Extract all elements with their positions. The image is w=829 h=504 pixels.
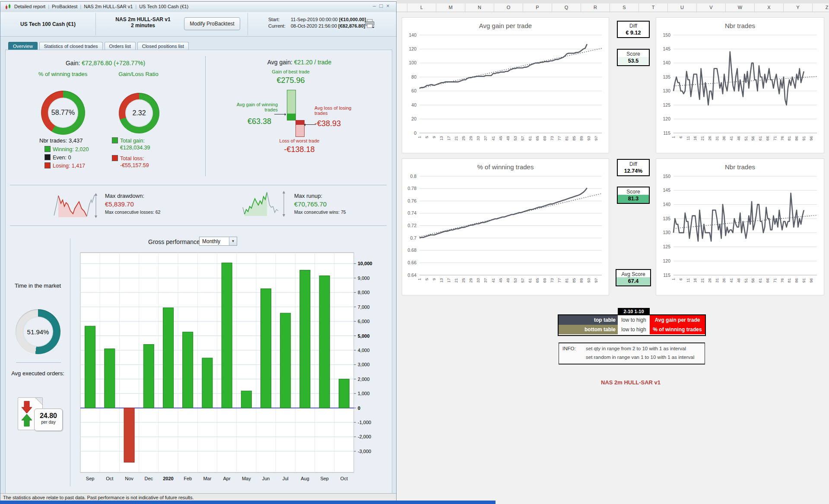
- svg-text:93: 93: [586, 136, 591, 141]
- column-header-Z[interactable]: Z: [813, 3, 829, 12]
- header-strategy-name: NAS 2m HULL-SAR v1: [104, 16, 182, 22]
- svg-text:Mar: Mar: [203, 476, 211, 481]
- column-header-W[interactable]: W: [726, 3, 755, 12]
- table-row2-name: bottom table: [559, 325, 618, 334]
- avg-executed-orders-label: Avg executed orders:: [11, 370, 65, 377]
- svg-text:Oct: Oct: [340, 476, 348, 481]
- runup-sparkline: [242, 190, 286, 218]
- gain-value: €72,876.80 (+728.77%): [82, 60, 145, 67]
- svg-text:Jul: Jul: [283, 476, 289, 481]
- comparison-table: top table low to high Avg gain per trade…: [558, 314, 706, 336]
- kpi-score-gain-label: Score: [618, 50, 649, 57]
- total-loss-swatch: [112, 155, 118, 161]
- period-dropdown[interactable]: Monthly ▼: [199, 237, 237, 246]
- avg-orders-value-box: 24.80 per day: [34, 409, 63, 431]
- svg-text:140: 140: [663, 202, 670, 207]
- svg-text:41: 41: [491, 136, 495, 141]
- close-button[interactable]: ×: [386, 3, 393, 9]
- svg-text:140: 140: [409, 32, 416, 38]
- time-in-market-label: Time in the market: [11, 282, 65, 289]
- svg-text:145: 145: [663, 46, 670, 51]
- window-title: Detailed report|ProBacktest|NAS 2m HULL-…: [14, 4, 188, 9]
- svg-text:25: 25: [461, 136, 466, 141]
- svg-text:57: 57: [520, 278, 525, 283]
- svg-text:73: 73: [549, 278, 554, 283]
- svg-text:-1,000: -1,000: [358, 420, 371, 425]
- svg-text:21: 21: [700, 278, 705, 283]
- svg-text:0: 0: [358, 406, 360, 411]
- svg-text:135: 135: [663, 74, 670, 79]
- svg-text:5: 5: [424, 278, 429, 280]
- column-header-P[interactable]: P: [523, 3, 552, 12]
- tab-orders-list[interactable]: Orders list: [105, 42, 136, 50]
- avg-win-label: Avg gain of winning trades: [224, 102, 278, 112]
- tab-statistics[interactable]: Statistics of closed trades: [39, 42, 103, 50]
- modify-probacktest-button[interactable]: Modify ProBacktest: [184, 17, 240, 30]
- svg-text:86: 86: [794, 136, 799, 141]
- minimize-button[interactable]: –: [373, 3, 379, 9]
- current-capital: [€82,876.80]: [338, 23, 365, 29]
- winning-donut-title: % of winning trades: [32, 71, 94, 77]
- spreadsheet-panel: LMNOPQRSTUVWXYZ Avg gain per trade140120…: [397, 0, 829, 504]
- svg-text:0.66: 0.66: [408, 260, 417, 265]
- column-header-N[interactable]: N: [465, 3, 494, 12]
- svg-text:Jun: Jun: [262, 476, 270, 481]
- svg-text:25: 25: [461, 278, 466, 283]
- title-item-strategy: NAS 2m HULL-SAR v1: [84, 4, 133, 9]
- kpi-score-gain: Score 53.5: [617, 49, 650, 66]
- svg-text:Feb: Feb: [184, 476, 192, 481]
- svg-text:91: 91: [801, 136, 806, 141]
- svg-text:86: 86: [794, 278, 799, 283]
- title-item-instrument: US Tech 100 Cash (€1): [139, 4, 188, 9]
- svg-text:16: 16: [692, 136, 697, 141]
- column-header-U[interactable]: U: [668, 3, 697, 12]
- svg-text:26: 26: [707, 278, 712, 283]
- svg-text:2020: 2020: [163, 476, 173, 481]
- svg-text:40: 40: [411, 102, 416, 108]
- column-header-Q[interactable]: Q: [552, 3, 581, 12]
- section-divider: [10, 185, 387, 185]
- gain-loss-donut: 2.32: [119, 93, 159, 133]
- column-header-V[interactable]: V: [697, 3, 726, 12]
- best-trade-value: €275.96: [248, 76, 334, 85]
- svg-text:Avg gain per trade: Avg gain per trade: [479, 22, 532, 29]
- svg-text:65: 65: [535, 136, 540, 141]
- print-icon[interactable]: [365, 19, 375, 30]
- kpi-score-pct-value: 81.3: [618, 195, 649, 203]
- tab-closed-positions[interactable]: Closed positions list: [137, 42, 189, 50]
- max-runup-label: Max runup:: [294, 193, 322, 199]
- app-icon: [5, 3, 12, 11]
- column-header-S[interactable]: S: [610, 3, 639, 12]
- chart-pct-winning-trades: % of winning trades0.80.780.760.740.720.…: [402, 158, 609, 295]
- section-divider: [10, 225, 387, 226]
- svg-text:1: 1: [417, 278, 422, 280]
- svg-text:76: 76: [780, 136, 785, 141]
- column-header-R[interactable]: R: [581, 3, 610, 12]
- svg-text:97: 97: [594, 278, 598, 283]
- column-header-T[interactable]: T: [639, 3, 668, 12]
- column-header-X[interactable]: X: [755, 3, 784, 12]
- svg-text:93: 93: [586, 278, 591, 283]
- header-instrument: US Tech 100 Cash (€1): [0, 12, 95, 36]
- svg-text:61: 61: [758, 136, 762, 141]
- svg-text:36: 36: [721, 136, 726, 141]
- maximize-button[interactable]: □: [379, 3, 386, 9]
- svg-text:69: 69: [542, 136, 547, 141]
- column-header-O[interactable]: O: [494, 3, 523, 12]
- left-column-divider: [16, 362, 61, 363]
- column-header-L[interactable]: L: [407, 3, 436, 12]
- header-divider: [248, 13, 248, 35]
- svg-text:53: 53: [513, 278, 518, 283]
- max-consecutive-wins: Max consecutive wins: 75: [294, 209, 346, 215]
- kpi-avg-score: Avg Score 67.4: [616, 269, 651, 286]
- tab-overview[interactable]: Overview: [8, 42, 38, 50]
- svg-text:73: 73: [549, 136, 554, 141]
- svg-text:36: 36: [721, 278, 726, 283]
- winning-trades-donut: 58.77%: [41, 91, 85, 135]
- winning-donut-value: 58.77%: [48, 98, 78, 128]
- column-header-Y[interactable]: Y: [784, 3, 813, 12]
- column-header-M[interactable]: M: [436, 3, 465, 12]
- table-row1-metric: Avg gain per trade: [650, 315, 705, 325]
- svg-text:1: 1: [671, 278, 676, 280]
- svg-text:150: 150: [663, 32, 670, 38]
